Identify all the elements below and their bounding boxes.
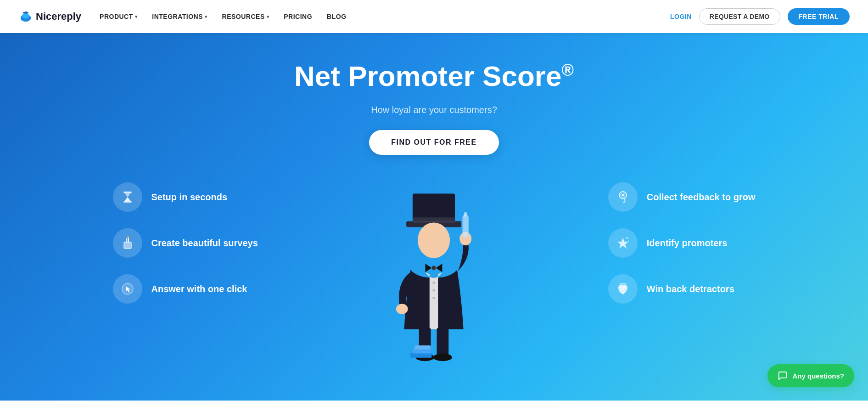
logo-icon	[18, 9, 33, 24]
feature-surveys: Create beautiful surveys	[113, 228, 260, 258]
svg-point-15	[432, 289, 435, 292]
pencil-cup-icon-wrap	[113, 228, 142, 258]
hourglass-icon-wrap	[113, 182, 142, 212]
svg-point-32	[627, 237, 628, 239]
heart-shield-icon	[615, 281, 631, 297]
magician-center	[260, 182, 608, 366]
magician-illustration	[379, 182, 489, 366]
hero-section: Net Promoter Score® How loyal are your c…	[0, 33, 868, 401]
find-out-free-button[interactable]: FIND OUT FOR FREE	[369, 130, 498, 155]
navbar: Nicereply PRODUCT ▾ INTEGRATIONS ▾ RESOU…	[0, 0, 868, 33]
svg-rect-2	[123, 192, 132, 193]
svg-rect-11	[413, 217, 455, 222]
nav-actions: LOGIN REQUEST A DEMO FREE TRIAL	[670, 8, 850, 25]
feature-surveys-label: Create beautiful surveys	[151, 238, 258, 249]
pencil-cup-icon	[119, 235, 136, 251]
feature-oneclick-label: Answer with one click	[151, 284, 247, 294]
request-demo-button[interactable]: REQUEST A DEMO	[699, 8, 780, 25]
star-magic-icon-wrap	[608, 228, 638, 258]
svg-rect-18	[463, 215, 469, 238]
svg-point-1	[22, 13, 29, 18]
feature-oneclick: Answer with one click	[113, 274, 260, 304]
chat-button[interactable]: Any questions?	[767, 364, 854, 387]
registered-mark: ®	[561, 61, 574, 79]
ear-icon	[615, 189, 631, 205]
feature-promoters-label: Identify promoters	[647, 238, 728, 249]
svg-point-12	[418, 223, 450, 259]
svg-point-24	[433, 354, 452, 361]
svg-point-16	[432, 297, 435, 299]
nav-integrations[interactable]: INTEGRATIONS ▾	[152, 13, 207, 20]
resources-dropdown-arrow: ▾	[267, 14, 269, 19]
svg-point-30	[622, 194, 624, 197]
chat-bubble-icon	[778, 371, 788, 381]
svg-point-13	[432, 266, 436, 270]
svg-point-20	[396, 304, 408, 314]
svg-rect-19	[464, 212, 467, 216]
svg-rect-27	[415, 345, 431, 349]
nav-blog[interactable]: BLOG	[327, 13, 346, 20]
features-left: Setup in seconds Create beautiful survey…	[113, 182, 260, 304]
svg-rect-4	[124, 242, 131, 249]
svg-rect-22	[437, 328, 449, 357]
features-right: Collect feedback to grow Identify promot…	[608, 182, 756, 304]
svg-rect-6	[128, 237, 129, 243]
free-trial-button[interactable]: FREE TRIAL	[788, 8, 850, 25]
nav-pricing[interactable]: PRICING	[284, 13, 312, 20]
hourglass-icon	[119, 189, 136, 205]
svg-rect-5	[126, 238, 127, 243]
nav-links: PRODUCT ▾ INTEGRATIONS ▾ RESOURCES ▾ PRI…	[100, 13, 670, 20]
logo-text: Nicereply	[36, 11, 81, 23]
heart-shield-icon-wrap	[608, 274, 638, 304]
hero-subtitle: How loyal are your customers?	[371, 105, 497, 115]
cursor-icon-wrap	[113, 274, 142, 304]
svg-point-14	[432, 282, 435, 284]
star-magic-icon	[615, 235, 631, 251]
feature-setup-label: Setup in seconds	[151, 192, 228, 203]
feature-detractors-label: Win back detractors	[647, 284, 734, 294]
product-dropdown-arrow: ▾	[135, 14, 138, 19]
features-row: Setup in seconds Create beautiful survey…	[113, 182, 756, 366]
login-button[interactable]: LOGIN	[670, 13, 692, 20]
chat-label: Any questions?	[792, 372, 844, 380]
cursor-icon	[119, 281, 136, 297]
logo[interactable]: Nicereply	[18, 9, 81, 24]
feature-promoters: Identify promoters	[608, 228, 756, 258]
nav-resources[interactable]: RESOURCES ▾	[222, 13, 269, 20]
feature-feedback-label: Collect feedback to grow	[647, 192, 756, 203]
svg-marker-31	[617, 237, 628, 249]
feature-detractors: Win back detractors	[608, 274, 756, 304]
ear-icon-wrap	[608, 182, 638, 212]
feature-feedback: Collect feedback to grow	[608, 182, 756, 212]
svg-point-33	[627, 241, 629, 242]
feature-setup: Setup in seconds	[113, 182, 260, 212]
hero-title: Net Promoter Score®	[294, 61, 574, 92]
nav-product[interactable]: PRODUCT ▾	[100, 13, 137, 20]
svg-point-7	[127, 236, 129, 238]
svg-rect-3	[123, 201, 132, 203]
svg-point-34	[626, 237, 627, 238]
integrations-dropdown-arrow: ▾	[205, 14, 207, 19]
